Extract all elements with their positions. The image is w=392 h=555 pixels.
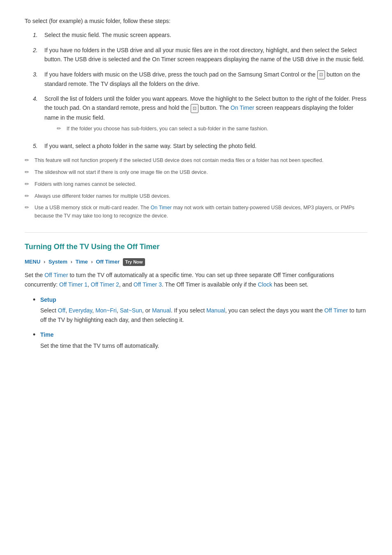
note-5-before: Use a USB memory stick or multi-card rea…	[35, 205, 151, 210]
bullet-dot-2: •	[33, 330, 40, 340]
desc-sep4: , or	[142, 307, 152, 314]
pencil-icon-1: ✏	[25, 156, 31, 165]
body-end1: . The Off Timer is available only if the	[162, 281, 258, 288]
body-and: , and	[119, 281, 134, 288]
breadcrumb-sep-2: ›	[71, 259, 72, 265]
desc-everyday: Everyday	[69, 307, 92, 314]
bullet-time-content: Time Set the time that the TV turns off …	[40, 330, 367, 350]
step-5-content: If you want, select a photo folder in th…	[44, 141, 367, 150]
bullet-time-label: Time	[40, 330, 367, 339]
pencil-icon-3: ✏	[25, 180, 31, 189]
breadcrumb-sep-3: ›	[91, 259, 92, 265]
breadcrumb-system: System	[48, 259, 67, 265]
step-3-content: If you have folders with music on the US…	[44, 70, 367, 88]
body-clock: Clock	[258, 281, 272, 288]
desc-mid: . If you select	[171, 307, 206, 314]
step-1-number: 1.	[33, 30, 44, 39]
step-4: 4. Scroll the list of folders until the …	[33, 94, 367, 136]
on-timer-highlight-4: On Timer	[231, 104, 254, 111]
intro-text: To select (for example) a music folder, …	[25, 16, 367, 25]
remote-button-icon-3: ⊡	[317, 70, 325, 79]
bullet-list: • Setup Select Off, Everyday, Mon~Fri, S…	[33, 295, 367, 350]
desc-sep3: ,	[117, 307, 120, 314]
step-4-note-text: If the folder you choose has sub-folders…	[67, 125, 268, 133]
steps-list: 1. Select the music field. The music scr…	[33, 30, 367, 150]
note-2: ✏ The slideshow will not start if there …	[25, 168, 367, 177]
step-4-note-block: ✏ If the folder you choose has sub-folde…	[57, 125, 367, 133]
bullet-setup-content: Setup Select Off, Everyday, Mon~Fri, Sat…	[40, 295, 367, 324]
step-1-content: Select the music field. The music screen…	[44, 30, 367, 39]
body-comma1: ,	[88, 281, 91, 288]
desc-manual2: Manual	[206, 307, 225, 314]
body-offtimer1: Off Timer	[44, 272, 68, 278]
remote-button-icon-4: ⊡	[191, 104, 198, 113]
step-1: 1. Select the music field. The music scr…	[33, 30, 367, 39]
desc-sep1: ,	[65, 307, 69, 314]
step-2-number: 2.	[33, 46, 44, 55]
bullet-setup-desc: Select Off, Everyday, Mon~Fri, Sat~Sun, …	[40, 307, 366, 323]
step-2: 2. If you have no folders in the USB dri…	[33, 46, 367, 64]
bullet-setup: • Setup Select Off, Everyday, Mon~Fri, S…	[33, 295, 367, 324]
desc-monfri: Mon~Fri	[95, 307, 117, 314]
body-offtimer2-label: Off Timer 2	[91, 281, 119, 288]
bullet-time: • Time Set the time that the TV turns of…	[33, 330, 367, 350]
body-offtimer3-label: Off Timer 3	[134, 281, 162, 288]
bullet-dot-1: •	[33, 295, 40, 305]
breadcrumb-sep-1: ›	[44, 259, 45, 265]
desc-sep2: ,	[92, 307, 95, 314]
note-1-text: This feature will not function properly …	[35, 156, 323, 164]
desc-satsun: Sat~Sun	[120, 307, 142, 314]
step-5: 5. If you want, select a photo folder in…	[33, 141, 367, 150]
step-5-number: 5.	[33, 141, 44, 150]
breadcrumb: MENU › System › Time › Off Timer Try Now	[25, 258, 367, 266]
step-2-content: If you have no folders in the USB drive …	[44, 46, 367, 64]
pencil-icon-4: ✏	[25, 192, 31, 201]
step-3-text-before: If you have folders with music on the US…	[44, 71, 317, 78]
step-4-content: Scroll the list of folders until the fol…	[44, 94, 367, 136]
pencil-icon-5: ✏	[25, 204, 31, 212]
bullet-time-desc: Set the time that the TV turns off autom…	[40, 342, 159, 349]
section-heading: Turning Off the TV Using the Off Timer	[25, 241, 367, 253]
note-3-text: Folders with long names cannot be select…	[35, 180, 136, 188]
note-4: ✏ Always use different folder names for …	[25, 192, 367, 201]
step-4-text-after: button. The	[198, 104, 231, 111]
breadcrumb-offtimer: Off Timer	[96, 259, 120, 265]
on-timer-note5: On Timer	[151, 205, 172, 210]
step-3-number: 3.	[33, 70, 44, 79]
breadcrumb-time: Time	[76, 259, 88, 265]
desc-manual1: Manual	[152, 307, 171, 314]
section-divider	[25, 232, 367, 233]
breadcrumb-menu: MENU	[25, 259, 40, 265]
bullet-setup-label: Setup	[40, 295, 367, 304]
note-2-text: The slideshow will not start if there is…	[35, 168, 208, 176]
body-offtimer1-label: Off Timer 1	[59, 281, 88, 288]
desc-before: Select	[40, 307, 58, 314]
pencil-icon-step4: ✏	[57, 125, 63, 133]
step-3: 3. If you have folders with music on the…	[33, 70, 367, 88]
note-5: ✏ Use a USB memory stick or multi-card r…	[25, 204, 367, 220]
note-5-text: Use a USB memory stick or multi-card rea…	[35, 204, 367, 220]
body-end2: has been set.	[272, 281, 309, 288]
pencil-icon-2: ✏	[25, 168, 31, 177]
section-body: Set the Off Timer to turn the TV off aut…	[25, 271, 367, 289]
desc-offtimer-bullet: Off Timer	[324, 307, 348, 314]
desc-mid2: , you can select the days you want the	[225, 307, 324, 314]
note-3: ✏ Folders with long names cannot be sele…	[25, 180, 367, 189]
note-4-text: Always use different folder names for mu…	[35, 192, 170, 200]
step-4-number: 4.	[33, 94, 44, 103]
desc-off: Off	[58, 307, 65, 314]
note-1: ✏ This feature will not function properl…	[25, 156, 367, 165]
try-now-badge[interactable]: Try Now	[123, 258, 145, 266]
body-before: Set the	[25, 272, 44, 278]
